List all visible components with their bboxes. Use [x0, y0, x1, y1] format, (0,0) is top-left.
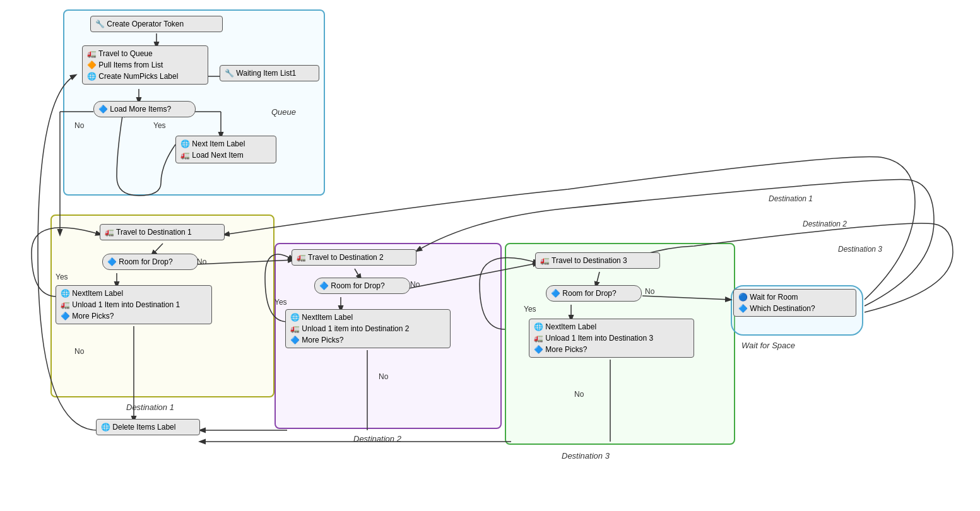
room-drop2-node[interactable]: 🔷 Room for Drop? — [314, 278, 410, 294]
next-load-node[interactable]: 🌐 Next Item Label 🚛 Load Next Item — [175, 136, 276, 163]
pull-items-label: 🔶 Pull Items from List — [87, 59, 203, 71]
waiting-item-list-node[interactable]: 🔧 Waiting Item List1 — [220, 65, 319, 81]
edge-yes-room1: Yes — [56, 273, 68, 281]
room-drop3-node[interactable]: 🔷 Room for Drop? — [546, 285, 642, 302]
dest2-unload-label: 🚛 Unload 1 item into Destination 2 — [290, 323, 446, 334]
travel-dest1-label: 🚛 Travel to Destination 1 — [105, 228, 192, 237]
load-more-items-label: 🔷 Load More Items? — [98, 105, 171, 114]
dest3-morepicks-label: 🔷 More Picks? — [534, 344, 689, 355]
dest2-group-label: Destination 2 — [353, 434, 401, 443]
edge-no-morepicks2: No — [379, 372, 388, 381]
edge-destination3: Destination 3 — [838, 245, 882, 254]
delete-items-label: 🌐 Delete Items Label — [101, 423, 175, 432]
edge-no-load-more: No — [74, 121, 84, 130]
which-destination-label: 🔷 Which Destination? — [738, 303, 851, 314]
edge-no-morepicks3: No — [574, 390, 584, 399]
dest2-actions-node[interactable]: 🌐 NextItem Label 🚛 Unload 1 item into De… — [285, 309, 451, 348]
travel-queue-label: 🚛 Travel to Queue — [87, 48, 203, 59]
room-drop3-label: 🔷 Room for Drop? — [551, 289, 617, 298]
dest1-unload-label: 🚛 Unload 1 Item into Destination 1 — [61, 299, 207, 310]
dest3-actions-node[interactable]: 🌐 NextItem Label 🚛 Unload 1 Item into De… — [529, 319, 694, 358]
diagram-container: Queue Destination 1 Destination 2 Destin… — [0, 0, 980, 511]
room-drop2-label: 🔷 Room for Drop? — [319, 281, 385, 290]
dest3-group-label: Destination 3 — [562, 451, 610, 461]
dest3-nextitem-label: 🌐 NextItem Label — [534, 321, 689, 332]
create-numpicks-label: 🌐 Create NumPicks Label — [87, 71, 203, 82]
load-more-items-node[interactable]: 🔷 Load More Items? — [93, 101, 196, 117]
travel-dest3-node[interactable]: 🚛 Travel to Destination 3 — [535, 252, 660, 269]
edge-no-room2: No — [410, 280, 420, 289]
travel-dest3-label: 🚛 Travel to Destination 3 — [540, 256, 627, 265]
dest1-actions-node[interactable]: 🌐 NextItem Label 🚛 Unload 1 Item into De… — [56, 285, 212, 324]
queue-group-label: Queue — [271, 107, 296, 117]
waiting-item-list-label: 🔧 Waiting Item List1 — [225, 69, 296, 78]
waitspace-group-label: Wait for Space — [741, 341, 795, 350]
edge-destination1: Destination 1 — [769, 194, 813, 203]
travel-dest1-node[interactable]: 🚛 Travel to Destination 1 — [100, 224, 225, 240]
create-operator-token-node[interactable]: 🔧 Create Operator Token — [90, 16, 223, 32]
wait-for-room-label: 🔵 Wait for Room — [738, 291, 851, 303]
room-drop1-label: 🔷 Room for Drop? — [107, 257, 173, 266]
dest2-morepicks-label: 🔷 More Picks? — [290, 334, 446, 346]
create-operator-token-label: 🔧 Create Operator Token — [95, 20, 184, 28]
queue-actions-node[interactable]: 🚛 Travel to Queue 🔶 Pull Items from List… — [82, 45, 208, 85]
wait-for-room-node[interactable]: 🔵 Wait for Room 🔷 Which Destination? — [733, 289, 856, 317]
edge-destination2: Destination 2 — [803, 220, 847, 228]
next-item-label-label: 🌐 Next Item Label — [180, 138, 271, 150]
travel-dest2-node[interactable]: 🚛 Travel to Destination 2 — [292, 249, 416, 266]
delete-items-node[interactable]: 🌐 Delete Items Label — [96, 419, 200, 435]
room-drop1-node[interactable]: 🔷 Room for Drop? — [102, 254, 198, 270]
load-next-item-label: 🚛 Load Next Item — [180, 150, 271, 161]
dest1-morepicks-label: 🔷 More Picks? — [61, 310, 207, 322]
travel-dest2-label: 🚛 Travel to Destination 2 — [297, 253, 384, 262]
dest3-unload-label: 🚛 Unload 1 Item into Destination 3 — [534, 332, 689, 344]
dest2-nextitem-label: 🌐 NextItem Label — [290, 312, 446, 323]
edge-yes-room3: Yes — [524, 305, 536, 314]
edge-yes-room2: Yes — [275, 298, 287, 307]
edge-no-morepicks1: No — [74, 347, 84, 356]
edge-no-room3: No — [645, 287, 654, 296]
dest1-nextitem-label: 🌐 NextItem Label — [61, 288, 207, 299]
dest1-group-label: Destination 1 — [126, 402, 174, 412]
edge-yes-load-more: Yes — [153, 121, 166, 130]
edge-no-room1: No — [197, 257, 206, 266]
